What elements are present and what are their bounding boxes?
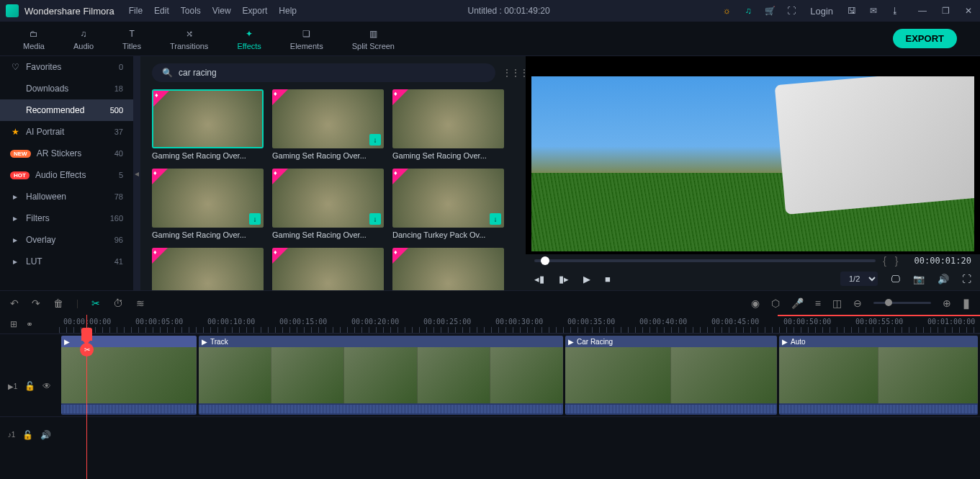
menu-tools[interactable]: Tools [181,6,201,16]
timeline-ruler[interactable]: 00:00:00:0000:00:05:0000:00:10:0000:00:1… [59,315,980,333]
redo-icon[interactable]: ↷ [32,297,40,309]
effect-card[interactable]: ↓Gaming Set Racing Over... [272,169,384,239]
idea-icon[interactable]: ☼ [721,5,732,17]
play-icon[interactable]: ▶ [583,274,590,285]
add-track-icon[interactable]: ⊞ [10,319,17,329]
tab-titles[interactable]: TTitles [108,24,156,53]
cut-icon[interactable]: ✂ [91,297,100,309]
menu-help[interactable]: Help [279,6,297,16]
sidebar-item-audio-effects[interactable]: HOTAudio Effects5 [0,164,133,186]
preview-video[interactable] [531,76,974,251]
effect-card[interactable]: ↓Dancing Turkey Pack Ov... [392,169,504,239]
tab-audio[interactable]: ♫Audio [59,24,108,53]
effect-card[interactable] [152,248,264,290]
sidebar-item-favorites[interactable]: ♡Favorites0 [0,56,133,78]
menu-edit[interactable]: Edit [154,6,169,16]
render-icon[interactable]: ◉ [751,297,760,309]
zoom-in-icon[interactable]: ⊕ [943,297,951,309]
grid-view-icon[interactable]: ⋮⋮⋮ [503,68,514,78]
sidebar-item-halloween[interactable]: ▸Halloween78 [0,186,133,207]
download-icon[interactable]: ⭳ [889,5,901,17]
stop-icon[interactable]: ■ [605,274,611,285]
tab-transitions[interactable]: ⤭Transitions [156,24,222,53]
download-icon[interactable]: ↓ [369,134,381,146]
speed-icon[interactable]: ⏱ [113,297,123,309]
fullscreen-icon[interactable]: ⛶ [962,274,971,285]
mixer-icon[interactable]: ≡ [815,297,821,309]
timeline-clip[interactable]: ▶Car Racing [565,336,777,415]
menu-file[interactable]: File [129,6,143,16]
effect-thumbnail[interactable]: ↓ [272,89,384,148]
download-icon[interactable]: ↓ [249,213,261,225]
visibility-icon[interactable]: 👁 [42,381,51,391]
cart-icon[interactable]: 🛒 [764,5,776,17]
download-icon[interactable]: ↓ [369,213,381,225]
effect-thumbnail[interactable] [272,248,384,290]
lock-icon[interactable]: 🔓 [24,381,35,391]
search-input[interactable] [179,68,485,78]
audio-icon[interactable]: ≋ [136,297,145,309]
sidebar-item-downloads[interactable]: Downloads18 [0,78,133,99]
mark-brackets[interactable]: {} [883,255,907,267]
sidebar-item-ar-stickers[interactable]: NEWAR Stickers40 [0,143,133,164]
effect-card[interactable]: ↓Gaming Set Racing Over... [152,169,264,239]
split-icon[interactable]: ✂ [80,343,94,357]
timeline-clip[interactable]: ▶Track [199,336,563,415]
effect-card[interactable]: Gaming Set Racing Over... [152,89,264,160]
tab-elements[interactable]: ❏Elements [276,24,338,53]
effect-card[interactable] [272,248,384,290]
minimize-icon[interactable]: — [917,5,928,17]
marker-icon[interactable]: ⬡ [771,297,780,309]
snapshot-icon[interactable]: 📷 [913,274,925,285]
zoom-slider[interactable] [873,302,931,304]
tab-split-screen[interactable]: ▥Split Screen [338,24,409,53]
preview-scrubber[interactable] [534,259,876,262]
volume-icon[interactable]: 🔊 [938,274,949,285]
display-icon[interactable]: 🖵 [891,274,900,285]
maximize-icon[interactable]: ❐ [940,5,951,17]
tab-effects[interactable]: ✦Effects [222,24,275,53]
record-icon[interactable]: 🎤 [791,297,804,309]
link-icon[interactable]: ⚭ [26,319,33,329]
sidebar-item-overlay[interactable]: ▸Overlay96 [0,229,133,251]
audio-track[interactable] [59,416,980,452]
menu-export[interactable]: Export [243,6,268,16]
effect-thumbnail[interactable] [152,89,264,148]
zoom-out-icon[interactable]: ⊖ [853,297,862,309]
fit-icon[interactable]: ▮ [963,295,970,311]
sidebar-item-lut[interactable]: ▸LUT41 [0,251,133,272]
close-icon[interactable]: ✕ [963,5,974,17]
effect-thumbnail[interactable] [152,248,264,290]
zoom-ratio-select[interactable]: 1/2 [840,272,878,286]
effect-thumbnail[interactable] [392,89,504,148]
mail-icon[interactable]: ✉ [868,5,879,17]
playhead[interactable]: ✂ [86,315,87,479]
effect-thumbnail[interactable]: ↓ [272,169,384,228]
delete-icon[interactable]: 🗑 [53,297,63,309]
sidebar-item-ai-portrait[interactable]: ★AI Portrait37 [0,121,133,143]
effect-thumbnail[interactable]: ↓ [392,169,504,228]
tab-media[interactable]: 🗀Media [9,24,59,53]
menu-view[interactable]: View [212,6,231,16]
gift-icon[interactable]: ⛶ [786,5,797,17]
headphones-icon[interactable]: ♫ [742,5,754,17]
effect-thumbnail[interactable] [392,248,504,290]
effect-thumbnail[interactable]: ↓ [152,169,264,228]
next-frame-icon[interactable]: ▮▸ [559,274,569,285]
timeline-clip[interactable]: ▶Auto [779,336,978,415]
login-button[interactable]: Login [807,6,836,17]
undo-icon[interactable]: ↶ [10,297,19,309]
save-icon[interactable]: 🖫 [846,5,858,17]
prev-frame-icon[interactable]: ◂▮ [534,274,544,285]
video-track[interactable]: ▶▶Track▶Car Racing▶Auto [59,333,980,416]
export-button[interactable]: EXPORT [893,29,957,48]
sidebar-item-recommended[interactable]: Recommended500 [0,99,133,121]
lock-icon[interactable]: 🔓 [22,430,33,440]
effect-card[interactable]: Gaming Set Racing Over... [392,89,504,160]
mute-icon[interactable]: 🔊 [40,430,51,440]
effect-card[interactable] [392,248,504,290]
effect-card[interactable]: ↓Gaming Set Racing Over... [272,89,384,160]
sidebar-collapse[interactable]: ◂ [133,56,140,290]
download-icon[interactable]: ↓ [490,213,501,225]
crop-icon[interactable]: ◫ [832,297,842,309]
